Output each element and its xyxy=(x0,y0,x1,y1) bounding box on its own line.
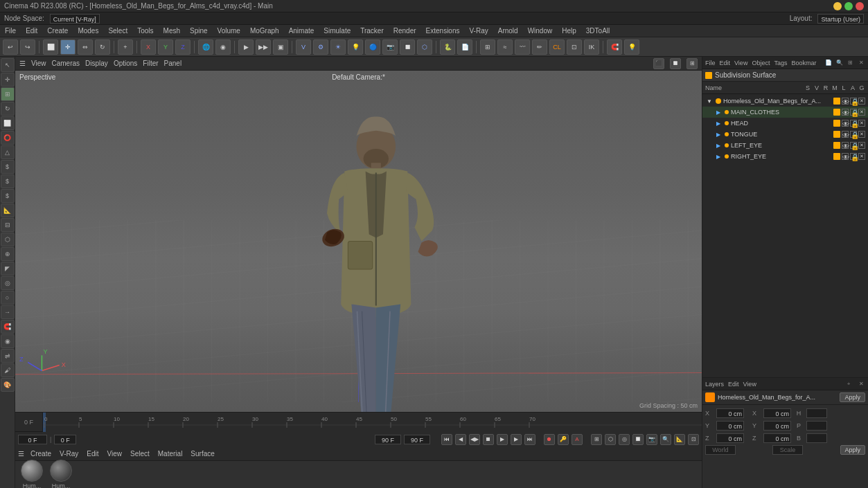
menu-arnold[interactable]: Arnold xyxy=(496,27,520,35)
tp-view3[interactable]: ◎ xyxy=(619,434,630,445)
tree-item-head[interactable]: ▶ HEAD 👁 🔒 ✕ xyxy=(702,118,868,129)
tb-snap[interactable]: ⊞ xyxy=(480,39,495,55)
apply-button[interactable]: Apply xyxy=(840,392,865,402)
menu-select[interactable]: Select xyxy=(106,27,130,35)
rp-new-icon[interactable]: 📄 xyxy=(824,59,831,67)
play-forward-button[interactable]: ▶ xyxy=(497,434,508,445)
rp-expand-icon[interactable]: ⊞ xyxy=(847,59,854,67)
tb-vray-btn6[interactable]: 📷 xyxy=(382,39,398,55)
tb-z-axis[interactable]: Z xyxy=(175,39,191,55)
tb-vray-btn3[interactable]: ☀ xyxy=(330,39,346,55)
go-start-button[interactable]: ⏮ xyxy=(441,434,452,445)
stop-button[interactable]: ⏹ xyxy=(483,434,494,445)
coord-x-pos[interactable]: 0 cm xyxy=(716,408,744,418)
tb-vray-btn1[interactable]: V xyxy=(296,39,311,55)
tb-undo[interactable]: ↩ xyxy=(3,39,18,55)
tb-soft[interactable]: ≈ xyxy=(497,39,513,55)
tb-ik[interactable]: IK xyxy=(584,39,599,55)
tb-cl[interactable]: CL xyxy=(549,39,565,55)
mc-x[interactable]: ✕ xyxy=(858,109,865,116)
world-dropdown[interactable]: World xyxy=(705,445,736,455)
rp-bottom-icon1[interactable]: + xyxy=(844,380,853,388)
tree-action-lock[interactable]: 🔒 xyxy=(850,98,857,105)
rp-bottom-icon2[interactable]: ✕ xyxy=(857,380,865,388)
rp-layers[interactable]: Layers xyxy=(705,381,724,388)
tool-rotate[interactable]: ↻ xyxy=(1,102,15,116)
vp-tb-display[interactable]: Display xyxy=(85,60,108,67)
coord-p-val[interactable] xyxy=(806,421,827,431)
tool-weld[interactable]: ⊕ xyxy=(1,247,15,261)
mt-surface[interactable]: Surface xyxy=(188,450,216,458)
menu-window[interactable]: Window xyxy=(526,27,555,35)
tongue-x[interactable]: ✕ xyxy=(858,131,865,138)
tb-render-all[interactable]: ▶▶ xyxy=(256,39,271,55)
keyframe-button[interactable]: 🔑 xyxy=(558,434,569,445)
tb-hair[interactable]: 〰 xyxy=(515,39,530,55)
tb-vray-btn7[interactable]: 🔲 xyxy=(400,39,415,55)
rp-tags[interactable]: Tags xyxy=(774,60,787,66)
start-frame-field[interactable]: 0 F xyxy=(54,435,76,444)
leye-lock[interactable]: 🔒 xyxy=(850,142,857,149)
material-item-1[interactable]: Hum... xyxy=(19,460,44,488)
vp-tb-cameras[interactable]: Cameras xyxy=(52,60,80,67)
fps-field1[interactable]: 90 F xyxy=(375,435,401,444)
tb-sketch[interactable]: ✏ xyxy=(532,39,547,55)
reye-x[interactable]: ✕ xyxy=(858,153,865,160)
tb-cloth[interactable]: ⊡ xyxy=(567,39,582,55)
vp-icon1[interactable]: ⬛ xyxy=(653,58,664,69)
menu-mesh[interactable]: Mesh xyxy=(161,27,182,35)
rp-file[interactable]: File xyxy=(705,60,716,66)
rp-bookmar[interactable]: Bookmar xyxy=(791,60,816,66)
menu-tracker[interactable]: Tracker xyxy=(358,27,386,35)
tool-lasso[interactable]: ⭕ xyxy=(1,131,15,145)
tb-vray-btn4[interactable]: 💡 xyxy=(348,39,363,55)
tool-ring[interactable]: ○ xyxy=(1,291,15,305)
apply-btn2[interactable]: Apply xyxy=(840,445,866,455)
tb-scale[interactable]: ⇔ xyxy=(78,39,93,55)
mt-view[interactable]: View xyxy=(105,450,124,458)
tool-snap[interactable]: ⊟ xyxy=(1,218,15,232)
tb-select[interactable]: ⬜ xyxy=(43,39,58,55)
tb-x-axis[interactable]: X xyxy=(141,39,156,55)
tree-item-right-eye[interactable]: ▶ RIGHT_EYE 👁 🔒 ✕ xyxy=(702,151,868,162)
mt-create[interactable]: Create xyxy=(28,450,53,458)
tool-loop[interactable]: ◎ xyxy=(1,276,15,290)
rp-view[interactable]: View xyxy=(734,60,747,66)
close-button[interactable] xyxy=(856,2,864,10)
go-end-button[interactable]: ⏭ xyxy=(524,434,535,445)
tb-python[interactable]: 🐍 xyxy=(440,39,455,55)
tool-magnet[interactable]: 🧲 xyxy=(1,320,15,334)
mc-eye[interactable]: 👁 xyxy=(842,109,849,116)
tb-obj-mode[interactable]: ◉ xyxy=(215,39,231,55)
auto-key-button[interactable]: A xyxy=(572,434,583,445)
tree-action-eye[interactable]: 👁 xyxy=(842,98,849,105)
object-tree[interactable]: ▼ Homeless_Old_Man_Begs_for_A... 👁 🔒 ✕ ▶… xyxy=(702,94,868,377)
tp-view1[interactable]: ⊞ xyxy=(591,434,602,445)
tb-vray-btn2[interactable]: ⚙ xyxy=(313,39,328,55)
tb-vray-btn8[interactable]: ⬡ xyxy=(417,39,432,55)
rp-object[interactable]: Object xyxy=(752,60,770,66)
reye-eye[interactable]: 👁 xyxy=(842,153,849,160)
menu-mograph[interactable]: MoGraph xyxy=(248,27,281,35)
coord-x-size[interactable]: 0 cm xyxy=(763,408,791,418)
timeline-ruler[interactable]: 0 5 10 15 20 25 30 35 40 xyxy=(43,413,702,432)
tool-select[interactable]: ↖ xyxy=(1,58,15,72)
tree-action-x[interactable]: ✕ xyxy=(858,98,865,105)
tongue-lock[interactable]: 🔒 xyxy=(850,131,857,138)
mt-edit[interactable]: Edit xyxy=(85,450,100,458)
next-frame-button[interactable]: ▶ xyxy=(511,434,522,445)
mc-lock[interactable]: 🔒 xyxy=(850,109,857,116)
menu-simulate[interactable]: Simulate xyxy=(321,27,353,35)
play-back-button[interactable]: ◀▶ xyxy=(469,434,480,445)
vp-tb-filter[interactable]: Filter xyxy=(143,60,158,67)
layout-dropdown[interactable]: Startup (User) xyxy=(817,14,864,24)
tb-world[interactable]: 🌐 xyxy=(198,39,213,55)
tool-move[interactable]: ✛ xyxy=(1,73,15,87)
tool-slide[interactable]: → xyxy=(1,305,15,319)
material-thumb-2[interactable] xyxy=(50,460,72,482)
tb-add[interactable]: + xyxy=(118,39,133,55)
tool-fill[interactable]: ⬡ xyxy=(1,233,15,246)
tp-view5[interactable]: 📷 xyxy=(646,434,657,445)
leye-x[interactable]: ✕ xyxy=(858,142,865,149)
tool-live[interactable]: $ xyxy=(1,160,15,174)
